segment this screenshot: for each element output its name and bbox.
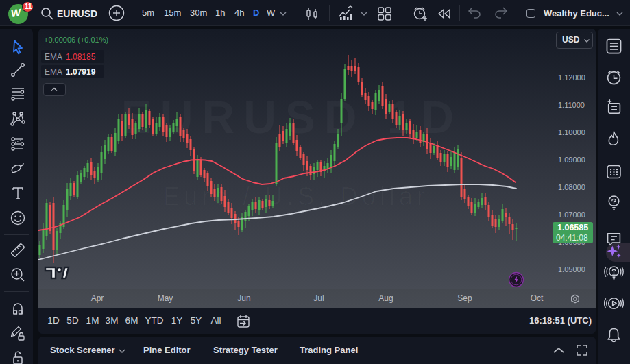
svg-text:EURUSD 1D: EURUSD 1D [121,92,463,143]
svg-text:Euro / U.S. Dollar: Euro / U.S. Dollar [163,182,429,210]
